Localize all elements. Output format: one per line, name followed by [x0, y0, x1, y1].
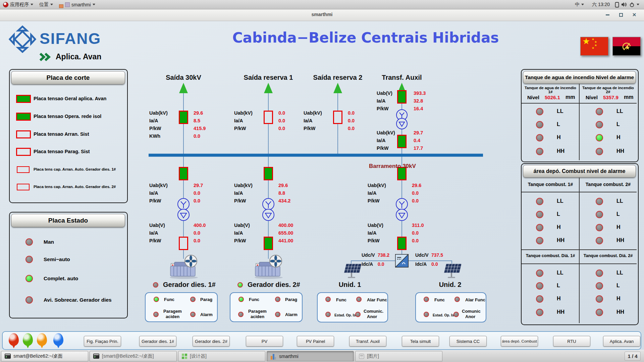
- breaker-gen1-upper[interactable]: [179, 167, 188, 180]
- meas-label: Uab(kV): [149, 110, 194, 116]
- meas-value: 393.3: [414, 90, 426, 96]
- meas-label: Udc/V: [415, 252, 431, 258]
- meas-value: 400.0: [194, 223, 206, 228]
- workspace-switcher[interactable]: 1 / 4: [625, 352, 641, 361]
- nav-button-fig-fiacao-prin[interactable]: Fig. Fiaçao Prin.: [84, 336, 121, 347]
- meas-label: Idc/A: [415, 261, 431, 267]
- nivel-unit: mm: [566, 94, 575, 100]
- nav-button-transf-auxil[interactable]: Transf. Auxil: [349, 336, 386, 347]
- placa-indicator: [17, 184, 30, 190]
- taskbar-item-image-viewer[interactable]: [图片]: [355, 351, 442, 361]
- window-title: smarthmi: [0, 12, 644, 17]
- volume-icon[interactable]: [621, 2, 627, 7]
- alarm-led: [596, 269, 603, 277]
- placa-indicator: [17, 166, 30, 173]
- power-icon[interactable]: [629, 2, 635, 7]
- alarm-led: [536, 309, 543, 316]
- meas-value: 29.6: [194, 110, 203, 116]
- meas-label: Uab(V): [377, 90, 414, 96]
- chevron-down-icon: [581, 4, 584, 5]
- estado-led: [25, 256, 33, 263]
- meas-value: 0.0: [194, 190, 200, 196]
- meas-value: 32.8: [414, 98, 423, 104]
- clock[interactable]: 六 13:20: [589, 2, 613, 8]
- gen1-status-led: [153, 282, 158, 288]
- estado-label: Avi. Sobrecar. Gerador dies: [44, 297, 112, 303]
- taskbar-item-smarthmi[interactable]: smarthmi: [267, 351, 354, 361]
- meas-label: Uab(kV): [149, 183, 194, 188]
- meas-value: 0.4: [414, 138, 420, 143]
- meas-label: Uab(kV): [377, 130, 414, 135]
- meas-block-transf-auxil-upper: Uab(V)393.3 Ia/A32.8 P/kW16.4: [377, 89, 426, 112]
- level-label: H: [557, 224, 561, 230]
- level-label: L: [616, 211, 620, 217]
- meas-label: KWh: [149, 133, 194, 139]
- nav-button-tela-simult[interactable]: Tela simult: [402, 336, 439, 347]
- nav-button-aplica-avan[interactable]: Aplica. Avan: [603, 336, 640, 347]
- nav-button-sistema-cc[interactable]: Sistema CC: [449, 336, 487, 347]
- func-label: Func: [336, 297, 346, 302]
- input-method-label: 中: [575, 2, 580, 8]
- minimize-button[interactable]: [603, 11, 612, 18]
- brand-text: SIFANG: [40, 29, 101, 48]
- maximize-button[interactable]: [616, 11, 625, 18]
- level-label: HH: [616, 148, 624, 154]
- meas-block-gen2-upper: Uab(kV)29.6 Ia/A8.8 P/kW434.2: [234, 181, 290, 204]
- alarm-label: Alarm: [285, 312, 298, 317]
- meas-value: 0.0: [194, 238, 200, 243]
- paragem-label2: aciden: [251, 314, 264, 319]
- meas-value: 311.0: [412, 223, 424, 228]
- window-titlebar: smarthmi ×: [0, 9, 644, 21]
- meas-value: 738.2: [378, 252, 389, 258]
- alarm-led: [536, 211, 543, 218]
- water-alarm-header: Tanque de agua de incendio Nivel de alar…: [523, 71, 636, 84]
- estado-led: [25, 296, 33, 304]
- nav-button-gerador-dies-2[interactable]: Gerador dies. 2#: [193, 336, 230, 347]
- alar-func-label: Alar Func: [367, 297, 387, 302]
- nav-button-area-depo-combust[interactable]: área depó. Combust: [501, 336, 538, 347]
- meas-label: P/kW: [234, 238, 278, 243]
- meas-value: 0.0: [194, 198, 200, 203]
- alarm-led: [536, 282, 543, 290]
- taskbar-item-terminal1[interactable]: smart@Belize62:~/桌面: [1, 351, 88, 361]
- placa-label: Placa tens cap. Arran. Auto. Gerador die…: [34, 167, 116, 171]
- nav-button-pv-painel[interactable]: PV Painel: [297, 336, 334, 347]
- battery-icon[interactable]: [615, 2, 619, 8]
- nav-button-gerador-dies-1[interactable]: Gerador dies. 1#: [139, 336, 176, 347]
- meas-label: P/kW: [149, 238, 194, 243]
- image-icon: [359, 354, 364, 359]
- input-method-indicator[interactable]: 中: [572, 2, 587, 8]
- distro-logo-icon: [3, 2, 8, 7]
- alarm-led: [596, 211, 603, 218]
- func-led: [238, 297, 244, 302]
- taskbar-item-terminal2[interactable]: [smart@Belize62:~/桌面]: [90, 351, 177, 361]
- meas-label: Uab(kV): [234, 110, 278, 116]
- parag-led: [275, 297, 280, 302]
- func-led: [424, 297, 429, 302]
- breaker-gen2-upper[interactable]: [264, 167, 273, 180]
- level-label: H: [616, 224, 621, 230]
- close-button[interactable]: ×: [630, 11, 639, 18]
- nav-button-rtu[interactable]: RTU: [553, 336, 590, 347]
- meas-value: 0.0: [378, 261, 384, 267]
- level-label: HH: [616, 309, 624, 315]
- chevron-down-icon: [637, 4, 639, 5]
- meas-value: 0.0: [412, 230, 419, 236]
- alarm-led: [596, 121, 603, 128]
- func-led: [154, 297, 159, 302]
- barchart-icon: [270, 353, 276, 360]
- alarm-led: [275, 312, 280, 317]
- estad-op-isol-led: [424, 312, 429, 317]
- active-app-menu[interactable]: smarthmi: [56, 0, 98, 9]
- applications-menu[interactable]: 应用程序: [0, 0, 36, 9]
- meas-label: Ia/A: [304, 118, 348, 123]
- alarm-led: [536, 121, 543, 128]
- meas-value: 0.0: [278, 126, 285, 131]
- placa-indicator: [16, 130, 31, 138]
- placa-indicator: [16, 95, 31, 103]
- level-label: H: [616, 296, 621, 302]
- taskbar-item-designer[interactable]: [设计器]: [178, 351, 265, 361]
- level-label: LL: [557, 270, 564, 276]
- nav-button-pv[interactable]: PV: [246, 336, 283, 347]
- places-menu[interactable]: 位置: [36, 0, 56, 9]
